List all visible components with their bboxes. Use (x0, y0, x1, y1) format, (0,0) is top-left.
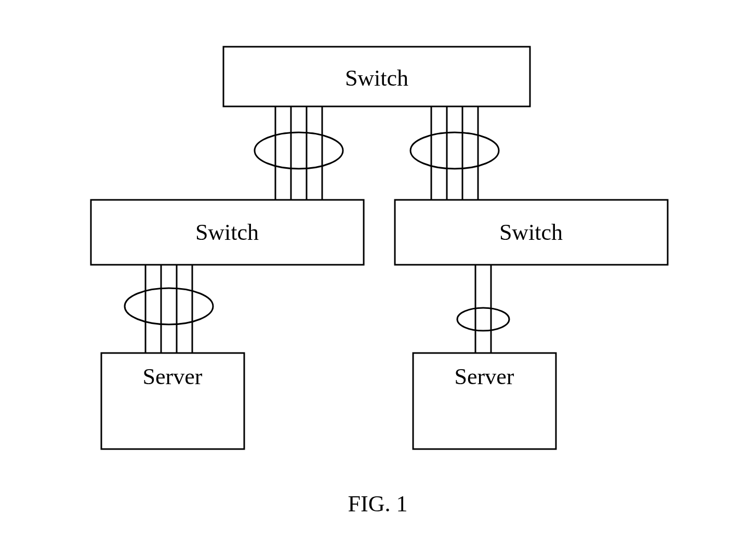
right-server-node: Server (413, 353, 556, 449)
top-switch-label: Switch (345, 65, 408, 91)
link-top-left (255, 106, 343, 200)
left-server-label: Server (143, 364, 203, 389)
right-switch-label: Switch (499, 220, 563, 245)
left-switch-node: Switch (91, 200, 364, 265)
left-switch-label: Switch (195, 220, 259, 245)
link-right-server-bundle (457, 308, 509, 331)
link-top-left-bundle (255, 132, 343, 169)
top-switch-node: Switch (223, 47, 530, 106)
link-top-right (410, 106, 499, 200)
link-left-server (125, 265, 213, 353)
left-server-node: Server (101, 353, 244, 449)
link-top-right-bundle (410, 132, 499, 169)
right-server-label: Server (455, 364, 514, 389)
right-switch-node: Switch (395, 200, 668, 265)
network-topology-diagram: Switch Switch Switch (0, 0, 756, 556)
link-right-server (457, 265, 509, 353)
figure-caption: FIG. 1 (348, 491, 408, 517)
link-left-server-bundle (125, 288, 213, 324)
